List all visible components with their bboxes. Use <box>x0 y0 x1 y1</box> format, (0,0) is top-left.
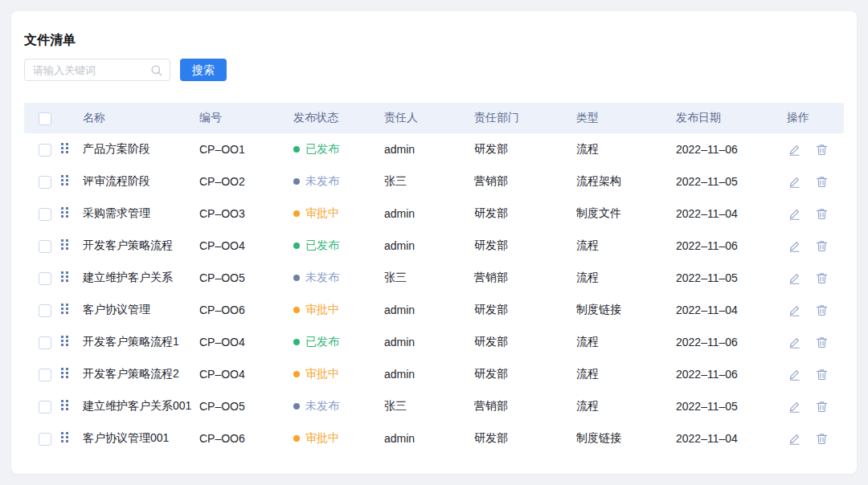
edit-button[interactable] <box>788 304 801 317</box>
file-type: 流程架构 <box>576 174 676 189</box>
delete-button[interactable] <box>815 271 829 285</box>
row-drag-cell <box>61 239 83 253</box>
edit-button[interactable] <box>788 175 801 189</box>
publish-status: 未发布 <box>293 271 384 285</box>
publish-status: 未发布 <box>293 399 384 414</box>
edit-button[interactable] <box>788 143 801 157</box>
drag-handle-icon[interactable] <box>61 432 68 443</box>
status-label: 审批中 <box>305 367 339 381</box>
drag-handle-icon[interactable] <box>61 271 68 283</box>
search-input[interactable] <box>25 59 170 80</box>
publish-status: 审批中 <box>293 303 384 317</box>
edit-button[interactable] <box>788 336 801 349</box>
file-code: CP–OO3 <box>199 207 293 220</box>
status-dot <box>293 210 300 217</box>
row-actions <box>787 239 844 253</box>
delete-button[interactable] <box>815 239 829 253</box>
row-drag-cell <box>61 400 83 414</box>
delete-button[interactable] <box>815 368 829 381</box>
row-checkbox[interactable] <box>39 304 51 317</box>
search-button[interactable]: 搜索 <box>180 59 227 81</box>
drag-handle-icon[interactable] <box>61 175 68 186</box>
drag-handle-icon[interactable] <box>61 207 68 218</box>
select-all-checkbox[interactable] <box>39 112 51 125</box>
table-row: 产品方案阶段 CP–OO1 已发布 admin 研发部 流程 2022–11–0… <box>24 133 844 165</box>
publish-date: 2022–11–04 <box>676 304 787 316</box>
status-label: 已发布 <box>305 335 339 349</box>
table-row: 开发客户策略流程1 CP–OO4 已发布 admin 研发部 流程 2022–1… <box>24 326 844 358</box>
drag-handle-icon[interactable] <box>61 143 68 154</box>
responsible-dept: 营销部 <box>474 174 576 189</box>
row-checkbox[interactable] <box>39 176 51 189</box>
publish-date: 2022–11–05 <box>676 271 787 284</box>
row-drag-cell <box>61 368 83 381</box>
file-type: 制度文件 <box>576 206 676 221</box>
responsible-person: admin <box>384 207 474 220</box>
table-row: 评审流程阶段 CP–OO2 未发布 张三 营销部 流程架构 2022–11–05 <box>24 165 844 198</box>
status-label: 审批中 <box>305 303 339 317</box>
delete-button[interactable] <box>815 207 829 221</box>
status-dot <box>293 178 300 185</box>
status-dot <box>293 275 300 281</box>
page-title: 文件清单 <box>24 31 844 49</box>
row-checkbox[interactable] <box>39 336 51 349</box>
publish-status: 已发布 <box>293 142 384 157</box>
file-code: CP–OO4 <box>199 336 293 348</box>
publish-status: 未发布 <box>293 174 384 189</box>
search-icon <box>150 64 163 77</box>
delete-button[interactable] <box>815 336 829 349</box>
publish-date: 2022–11–06 <box>676 239 787 252</box>
row-checkbox-cell <box>24 399 61 413</box>
file-name: 产品方案阶段 <box>83 142 199 157</box>
row-drag-cell <box>61 336 83 349</box>
edit-button[interactable] <box>788 432 801 446</box>
delete-button[interactable] <box>815 304 829 317</box>
drag-handle-icon[interactable] <box>61 304 68 315</box>
file-name: 建立维护客户关系 <box>83 271 199 285</box>
column-header-status: 发布状态 <box>293 111 384 125</box>
file-type: 流程 <box>576 335 676 349</box>
row-checkbox[interactable] <box>39 240 51 253</box>
table-row: 采购需求管理 CP–OO3 审批中 admin 研发部 制度文件 2022–11… <box>24 198 844 230</box>
delete-button[interactable] <box>815 432 829 446</box>
responsible-person: admin <box>384 368 474 381</box>
drag-handle-icon[interactable] <box>61 239 68 251</box>
delete-button[interactable] <box>815 175 829 189</box>
status-label: 未发布 <box>305 174 339 189</box>
row-checkbox[interactable] <box>39 272 51 285</box>
edit-button[interactable] <box>788 271 801 285</box>
edit-button[interactable] <box>788 400 801 414</box>
row-drag-cell <box>61 175 83 189</box>
row-checkbox[interactable] <box>39 401 51 414</box>
row-checkbox[interactable] <box>39 369 51 381</box>
file-name: 客户协议管理 <box>83 303 199 317</box>
file-name: 客户协议管理001 <box>83 431 199 446</box>
responsible-dept: 营销部 <box>474 399 576 414</box>
publish-date: 2022–11–04 <box>676 432 787 445</box>
drag-handle-icon[interactable] <box>61 368 68 379</box>
drag-handle-icon[interactable] <box>61 336 68 347</box>
row-drag-cell <box>61 432 83 446</box>
row-actions <box>787 368 844 381</box>
responsible-dept: 研发部 <box>474 367 576 381</box>
delete-button[interactable] <box>815 400 829 414</box>
responsible-dept: 研发部 <box>474 142 576 157</box>
edit-button[interactable] <box>788 239 801 253</box>
row-checkbox[interactable] <box>39 144 51 157</box>
publish-status: 审批中 <box>293 206 384 221</box>
drag-handle-icon[interactable] <box>61 400 68 411</box>
delete-button[interactable] <box>815 143 829 157</box>
edit-button[interactable] <box>788 368 801 381</box>
edit-button[interactable] <box>788 207 801 221</box>
row-checkbox[interactable] <box>39 208 51 221</box>
file-type: 制度链接 <box>576 303 676 317</box>
row-checkbox[interactable] <box>39 433 51 446</box>
responsible-person: admin <box>384 432 474 445</box>
file-name: 建立维护客户关系001 <box>83 399 199 414</box>
file-code: CP–OO5 <box>199 271 293 284</box>
publish-date: 2022–11–06 <box>676 368 787 381</box>
table-body: 产品方案阶段 CP–OO1 已发布 admin 研发部 流程 2022–11–0… <box>24 133 844 454</box>
publish-date: 2022–11–05 <box>676 175 787 188</box>
row-actions <box>787 143 844 157</box>
row-checkbox-cell <box>24 367 61 381</box>
